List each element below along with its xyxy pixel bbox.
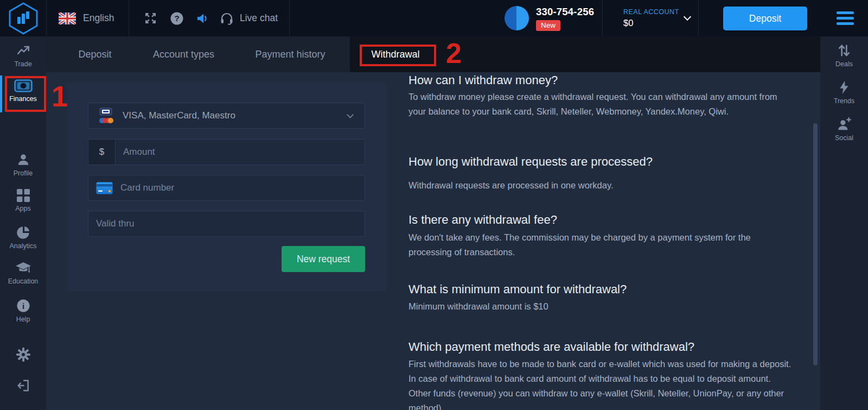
trade-chart-icon xyxy=(16,43,30,58)
live-chat-label: Live chat xyxy=(240,12,278,24)
sidebar-item-apps[interactable]: Apps xyxy=(0,189,46,212)
arrows-up-down-icon xyxy=(838,43,851,58)
svg-text:i: i xyxy=(22,301,24,311)
sidebar-item-trade[interactable]: Trade xyxy=(0,43,46,68)
faq-question: What is minimum amount for withdrawal? xyxy=(409,282,795,297)
faq-answer: Minimum withdrawal amount is $10 xyxy=(409,299,795,314)
faq-answer: First withdrawals have to be made to ban… xyxy=(409,357,795,410)
language-label: English xyxy=(83,12,114,24)
svg-text:?: ? xyxy=(174,14,179,23)
scrollbar-thumb[interactable] xyxy=(813,123,818,365)
sidebar-item-label: Social xyxy=(820,134,868,142)
account-id: 330-754-256 xyxy=(536,6,594,18)
person-icon xyxy=(16,153,30,167)
card-number-field xyxy=(88,175,365,201)
annotation-number-1: 1 xyxy=(52,79,68,113)
sidebar-item-analytics[interactable]: Analytics xyxy=(0,225,46,250)
faq-answer: To withdraw money please create a withdr… xyxy=(409,90,795,119)
tab-withdrawal[interactable]: Withdrawal xyxy=(350,36,441,72)
new-request-button[interactable]: New request xyxy=(282,246,365,272)
graduation-cap-icon xyxy=(15,262,31,275)
sound-button[interactable] xyxy=(196,0,209,36)
settings-button[interactable] xyxy=(0,347,46,362)
chevron-down-icon xyxy=(684,13,691,21)
payment-method-select[interactable]: VISA, MasterCard, Maestro xyxy=(88,103,365,129)
tab-account-types[interactable]: Account types xyxy=(136,36,231,72)
help-button[interactable]: ? xyxy=(170,0,184,36)
sidebar-item-social[interactable]: Social xyxy=(820,117,868,142)
sidebar-item-label: Apps xyxy=(0,205,46,212)
sidebar-item-label: Deals xyxy=(820,60,868,68)
sidebar-item-profile[interactable]: Profile xyxy=(0,153,46,177)
sidebar-item-label: Profile xyxy=(0,169,46,177)
tab-payment-history[interactable]: Payment history xyxy=(241,36,339,72)
account-balance: $0 xyxy=(623,18,633,28)
faq-answer: We don't take any fees. The commission m… xyxy=(409,230,795,260)
sidebar-item-trends[interactable]: Trends xyxy=(820,80,868,105)
amount-input[interactable] xyxy=(116,140,365,165)
account-info[interactable]: 330-754-256 New xyxy=(505,0,594,36)
valid-thru-field xyxy=(88,211,365,237)
fullscreen-icon xyxy=(144,11,157,25)
sidebar-item-label: Help xyxy=(0,316,46,323)
menu-icon xyxy=(837,11,854,14)
headset-icon xyxy=(220,11,234,25)
language-selector[interactable]: English xyxy=(59,0,114,36)
menu-button[interactable] xyxy=(837,0,855,36)
sidebar-item-label: Education xyxy=(0,277,46,285)
sidebar-item-label: Analytics xyxy=(0,242,46,250)
speaker-icon xyxy=(196,12,209,24)
chevron-down-icon xyxy=(347,111,354,118)
faq-question: How long withdrawal requests are process… xyxy=(409,155,795,169)
right-sidebar: Deals Trends Social xyxy=(820,36,868,410)
tab-deposit[interactable]: Deposit xyxy=(60,36,130,72)
avatar xyxy=(505,6,529,30)
payment-method-value: VISA, MasterCard, Maestro xyxy=(123,110,348,121)
valid-thru-input[interactable] xyxy=(88,211,365,236)
app-root: VISA, MasterCard, Maestro $ xyxy=(0,0,868,410)
main-content: VISA, MasterCard, Maestro $ xyxy=(46,36,820,410)
banknote-icon xyxy=(14,79,33,92)
logout-icon xyxy=(16,379,30,393)
faq-question: How can I withdraw money? xyxy=(409,73,795,87)
left-sidebar: Trade Finances Profile Apps xyxy=(0,36,46,410)
app-logo[interactable] xyxy=(7,2,40,35)
pie-chart-icon xyxy=(16,225,30,239)
sidebar-item-help[interactable]: i Help xyxy=(0,299,46,323)
uk-flag-icon xyxy=(59,12,76,24)
info-icon: i xyxy=(16,299,30,313)
sidebar-item-education[interactable]: Education xyxy=(0,262,46,285)
person-add-icon xyxy=(837,117,852,131)
live-chat-button[interactable]: Live chat xyxy=(220,0,278,36)
annotation-number-2: 2 xyxy=(446,37,462,70)
withdrawal-form-panel: VISA, MasterCard, Maestro $ xyxy=(66,83,387,292)
account-switcher[interactable]: REAL ACCOUNT $0 xyxy=(623,0,699,36)
status-badge: New xyxy=(536,20,560,31)
sidebar-item-label: Trade xyxy=(0,60,46,68)
grid-icon xyxy=(17,189,30,202)
account-type-label: REAL ACCOUNT xyxy=(623,8,679,16)
gear-icon xyxy=(16,347,31,362)
faq-question: Is there any withdrawal fee? xyxy=(409,213,795,227)
payment-methods-icon xyxy=(97,108,114,124)
question-icon: ? xyxy=(170,11,184,26)
logout-button[interactable] xyxy=(0,379,46,393)
sidebar-item-label: Trends xyxy=(820,97,868,105)
sidebar-item-label: Finances xyxy=(0,95,46,103)
fullscreen-button[interactable] xyxy=(144,0,157,36)
card-number-input[interactable] xyxy=(113,175,365,200)
sidebar-item-finances[interactable]: Finances xyxy=(0,79,46,103)
credit-card-icon xyxy=(96,182,113,194)
finance-tabbar: Deposit Account types Payment history Wi… xyxy=(46,36,820,72)
faq-question: Which payment methods are available for … xyxy=(409,340,795,354)
faq-answer: Withdrawal requests are processed in one… xyxy=(409,178,795,193)
sidebar-item-deals[interactable]: Deals xyxy=(820,43,868,68)
logo-hexagon-icon xyxy=(7,2,40,35)
lightning-icon xyxy=(838,80,850,94)
amount-field: $ xyxy=(88,139,365,165)
deposit-button[interactable]: Deposit xyxy=(723,7,807,30)
top-header: English ? xyxy=(0,0,868,36)
currency-prefix: $ xyxy=(88,140,116,165)
